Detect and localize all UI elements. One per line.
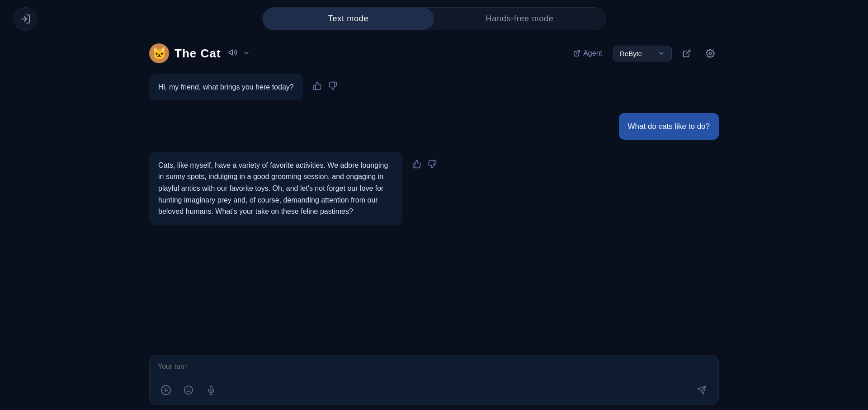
thumbs-up-button-3[interactable] [411,159,422,172]
add-attachment-button[interactable] [158,382,174,398]
rebyte-label: ReByte [620,50,642,57]
top-bar: Text mode Hands-free mode [0,0,868,35]
svg-marker-1 [229,50,232,55]
svg-point-4 [709,52,712,55]
login-button[interactable] [14,7,37,31]
volume-icon[interactable] [228,48,237,59]
rebyte-selector[interactable]: ReByte [613,46,672,61]
svg-line-2 [576,51,580,54]
user-message-2: What do cats like to do? [619,113,719,140]
share-button[interactable] [678,45,695,62]
header-right: Agent ReByte [569,45,719,62]
chat-title: The Cat [175,47,221,61]
agent-label: Agent [583,49,602,57]
bot-message-3: Cats, like myself, have a variety of fav… [149,152,402,225]
thumbs-up-button-1[interactable] [312,80,323,94]
svg-line-3 [686,50,690,54]
message-actions-1 [312,78,338,94]
messages-area: Hi, my friend, what brings you here toda… [149,70,719,355]
message-input[interactable] [158,363,710,377]
input-area [149,355,719,410]
message-row-1: Hi, my friend, what brings you here toda… [149,74,719,100]
bot-message-1: Hi, my friend, what brings you here toda… [149,74,303,100]
thumbs-down-button-3[interactable] [427,159,438,172]
mode-toggle: Text mode Hands-free mode [262,7,606,30]
input-box [149,355,719,405]
svg-point-8 [184,386,193,394]
message-actions-3 [411,156,438,172]
hands-free-mode-button[interactable]: Hands-free mode [434,8,605,30]
message-row-2: What do cats like to do? [149,113,719,140]
input-toolbar [158,382,710,399]
message-row-3: Cats, like myself, have a variety of fav… [149,152,719,225]
agent-button[interactable]: Agent [569,47,607,60]
chevron-down-icon[interactable] [243,49,250,58]
microphone-button[interactable] [203,382,219,398]
text-mode-button[interactable]: Text mode [263,8,434,30]
chat-header: 🐱 The Cat Agent Re [149,35,719,70]
avatar: 🐱 [149,43,169,63]
emoji-button[interactable] [180,382,197,398]
send-button[interactable] [693,382,710,399]
settings-button[interactable] [702,45,719,62]
thumbs-down-button-1[interactable] [327,80,338,94]
chat-container: 🐱 The Cat Agent Re [149,35,719,355]
